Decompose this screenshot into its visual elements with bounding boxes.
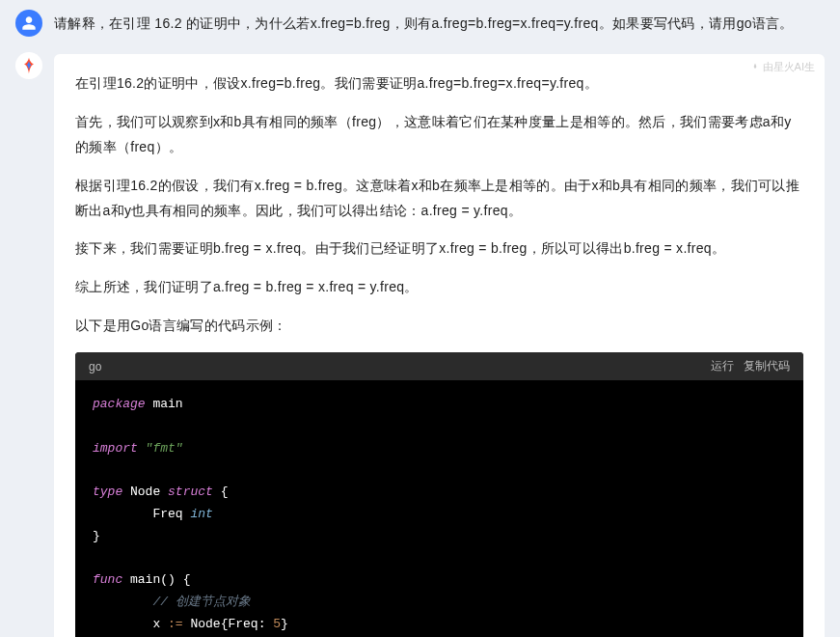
code-header-actions: 运行 复制代码	[711, 358, 790, 374]
identifier: main() {	[122, 572, 190, 587]
code-body: package main import "fmt" type Node stru…	[75, 380, 803, 637]
code-header: go 运行 复制代码	[75, 352, 803, 380]
ai-paragraph: 以下是用Go语言编写的代码示例：	[75, 314, 803, 339]
brace: }	[93, 529, 100, 543]
copy-code-button[interactable]: 复制代码	[744, 358, 790, 374]
user-message-body: 请解释，在引理 16.2 的证明中，为什么若x.freg=b.freg，则有a.…	[54, 10, 825, 36]
ai-paragraph: 在引理16.2的证明中，假设x.freg=b.freg。我们需要证明a.freg…	[75, 71, 803, 97]
ai-paragraph: 接下来，我们需要证明b.freg = x.freq。由于我们已经证明了x.fre…	[75, 236, 803, 262]
field: Freq	[93, 507, 190, 521]
user-icon	[21, 15, 37, 31]
brace: {	[213, 485, 229, 499]
identifier: Node	[122, 485, 168, 499]
user-message-row: 请解释，在引理 16.2 的证明中，为什么若x.freg=b.freg，则有a.…	[0, 0, 840, 42]
keyword: func	[93, 572, 122, 587]
ai-avatar	[15, 52, 42, 79]
spark-icon	[19, 56, 39, 75]
ai-response-card: 由星火AI生 在引理16.2的证明中，假设x.freg=b.freg。我们需要证…	[54, 54, 825, 637]
ai-paragraph: 根据引理16.2的假设，我们有x.freg = b.freg。这意味着x和b在频…	[75, 174, 803, 224]
brace: }	[281, 617, 288, 631]
identifier: x	[93, 617, 168, 631]
ai-badge-text: 由星火AI生	[763, 60, 815, 74]
user-avatar	[15, 10, 42, 37]
flame-icon	[750, 63, 760, 72]
run-button[interactable]: 运行	[711, 358, 734, 374]
ai-message-body: 由星火AI生 在引理16.2的证明中，假设x.freg=b.freg。我们需要证…	[54, 52, 825, 637]
keyword: package	[93, 397, 146, 411]
identifier: Node{Freq:	[183, 617, 274, 631]
identifier: main	[146, 397, 183, 411]
comment: // 创建节点对象	[93, 595, 251, 609]
ai-message-row: 由星火AI生 在引理16.2的证明中，假设x.freg=b.freg。我们需要证…	[0, 42, 840, 637]
ai-paragraph: 综上所述，我们证明了a.freg = b.freg = x.freq = y.f…	[75, 275, 803, 300]
code-lang-label: go	[89, 360, 101, 374]
string: "fmt"	[138, 441, 183, 456]
ai-source-badge: 由星火AI生	[750, 60, 815, 74]
keyword: struct	[168, 485, 213, 499]
code-block: go 运行 复制代码 package main import "fmt" typ…	[75, 352, 803, 637]
type: int	[190, 507, 212, 521]
number: 5	[273, 617, 281, 631]
operator: :=	[168, 617, 183, 631]
keyword: type	[93, 485, 122, 499]
user-message-text: 请解释，在引理 16.2 的证明中，为什么若x.freg=b.freg，则有a.…	[54, 10, 825, 36]
ai-paragraph: 首先，我们可以观察到x和b具有相同的频率（freg），这意味着它们在某种度量上是…	[75, 110, 803, 160]
keyword: import	[93, 441, 138, 456]
